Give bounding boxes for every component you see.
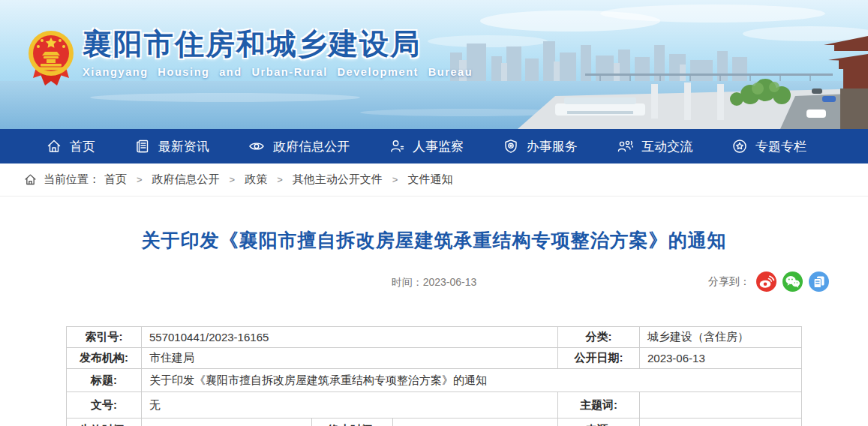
nav-item-gov-info[interactable]: 政府信息公开 bbox=[248, 138, 350, 155]
nav-item-label: 专题专栏 bbox=[755, 138, 806, 155]
share-copy-button[interactable] bbox=[809, 272, 829, 292]
national-emblem-icon bbox=[27, 28, 75, 88]
site-branding: 襄阳市住房和城乡建设局 Xiangyang Housing and Urban-… bbox=[27, 28, 473, 88]
weibo-icon bbox=[756, 272, 776, 292]
source-label: 来源: bbox=[558, 418, 640, 426]
nav-item-interaction[interactable]: 互动交流 bbox=[617, 138, 692, 155]
breadcrumb-item-other-open-files[interactable]: 其他主动公开文件 bbox=[293, 172, 383, 187]
expiry-date-value bbox=[393, 418, 558, 426]
breadcrumb-item-gov-info[interactable]: 政府信息公开 bbox=[152, 172, 220, 187]
table-row: 发布机构: 市住建局 公开日期: 2023-06-13 bbox=[67, 348, 802, 369]
breadcrumb-label: 当前位置： bbox=[44, 172, 100, 187]
source-value bbox=[640, 418, 802, 426]
doc-title-label: 标题: bbox=[67, 369, 142, 392]
index-number-label: 索引号: bbox=[67, 327, 142, 348]
share-weibo-button[interactable] bbox=[756, 272, 776, 292]
table-row: 生效时间: 终止时间: 来源: bbox=[67, 418, 802, 426]
time-value: 2023-06-13 bbox=[423, 276, 477, 288]
home-icon bbox=[47, 139, 62, 154]
effective-date-value bbox=[142, 418, 312, 426]
time-label: 时间： bbox=[392, 276, 423, 288]
site-title: 襄阳市住房和城乡建设局 bbox=[83, 28, 473, 61]
share-bar: 分享到： bbox=[708, 272, 829, 292]
category-label: 分类: bbox=[558, 327, 640, 348]
publish-date-value: 2023-06-13 bbox=[640, 348, 802, 369]
category-value: 城乡建设（含住房） bbox=[640, 327, 802, 348]
breadcrumb-separator: > bbox=[392, 174, 398, 185]
doc-title-value: 关于印发《襄阳市擅自拆改房屋建筑承重结构专项整治方案》的通知 bbox=[142, 369, 802, 392]
nav-item-label: 最新资讯 bbox=[158, 138, 209, 155]
share-wechat-button[interactable] bbox=[782, 272, 803, 292]
page-title: 关于印发《襄阳市擅自拆改房屋建筑承重结构专项整治方案》的通知 bbox=[45, 228, 823, 253]
nav-item-news[interactable]: 最新资讯 bbox=[135, 138, 209, 155]
table-row: 标题: 关于印发《襄阳市擅自拆改房屋建筑承重结构专项整治方案》的通知 bbox=[67, 369, 802, 392]
breadcrumb-separator: > bbox=[230, 174, 236, 185]
publish-date-label: 公开日期: bbox=[558, 348, 640, 369]
breadcrumb-item-home[interactable]: 首页 bbox=[104, 172, 127, 187]
effective-date-label: 生效时间: bbox=[67, 418, 142, 426]
publish-agency-label: 发布机构: bbox=[67, 348, 142, 369]
shield-icon bbox=[503, 139, 518, 154]
breadcrumb: 当前位置： 首页 > 政府信息公开 > 政策 > 其他主动公开文件 > 文件通知 bbox=[0, 164, 868, 196]
person-icon bbox=[389, 139, 404, 154]
publish-agency-value: 市住建局 bbox=[142, 348, 558, 369]
doc-number-label: 文号: bbox=[67, 392, 142, 418]
main-nav: 首页 最新资讯 政府信息公开 人事监察 办事服务 互动交流 bbox=[0, 129, 868, 164]
home-icon bbox=[24, 173, 37, 186]
copy-pages-icon bbox=[809, 272, 829, 292]
star-icon bbox=[732, 139, 747, 154]
people-chat-icon bbox=[617, 139, 633, 154]
breadcrumb-separator: > bbox=[137, 174, 143, 185]
nav-item-label: 办事服务 bbox=[527, 138, 578, 155]
index-number-value: 557010441/2023-16165 bbox=[142, 327, 558, 348]
nav-item-label: 政府信息公开 bbox=[273, 138, 350, 155]
nav-item-personnel[interactable]: 人事监察 bbox=[389, 138, 464, 155]
nav-item-home[interactable]: 首页 bbox=[47, 138, 95, 155]
table-row: 索引号: 557010441/2023-16165 分类: 城乡建设（含住房） bbox=[67, 327, 802, 348]
table-row: 文号: 无 主题词: bbox=[67, 392, 802, 418]
nav-item-label: 首页 bbox=[70, 138, 95, 155]
expiry-date-label: 终止时间: bbox=[312, 418, 393, 426]
nav-item-services[interactable]: 办事服务 bbox=[503, 138, 578, 155]
nav-item-label: 互动交流 bbox=[641, 138, 692, 155]
doc-number-value: 无 bbox=[142, 392, 558, 418]
keywords-label: 主题词: bbox=[558, 392, 640, 418]
share-label: 分享到： bbox=[708, 275, 750, 289]
nav-item-label: 人事监察 bbox=[413, 138, 464, 155]
breadcrumb-item-file-notice[interactable]: 文件通知 bbox=[407, 172, 452, 187]
eye-icon bbox=[248, 139, 265, 154]
wechat-icon bbox=[782, 272, 803, 292]
keywords-value bbox=[640, 392, 802, 418]
news-icon bbox=[135, 139, 150, 154]
article-meta: 时间：2023-06-13 分享到： bbox=[0, 271, 868, 293]
header-banner: 襄阳市住房和城乡建设局 Xiangyang Housing and Urban-… bbox=[0, 0, 868, 129]
nav-item-special-columns[interactable]: 专题专栏 bbox=[732, 138, 806, 155]
breadcrumb-item-policy[interactable]: 政策 bbox=[245, 172, 267, 187]
document-info-table: 索引号: 557010441/2023-16165 分类: 城乡建设（含住房） … bbox=[66, 326, 802, 426]
breadcrumb-separator: > bbox=[277, 174, 283, 185]
site-subtitle: Xiangyang Housing and Urban-Rural Develo… bbox=[83, 66, 473, 78]
